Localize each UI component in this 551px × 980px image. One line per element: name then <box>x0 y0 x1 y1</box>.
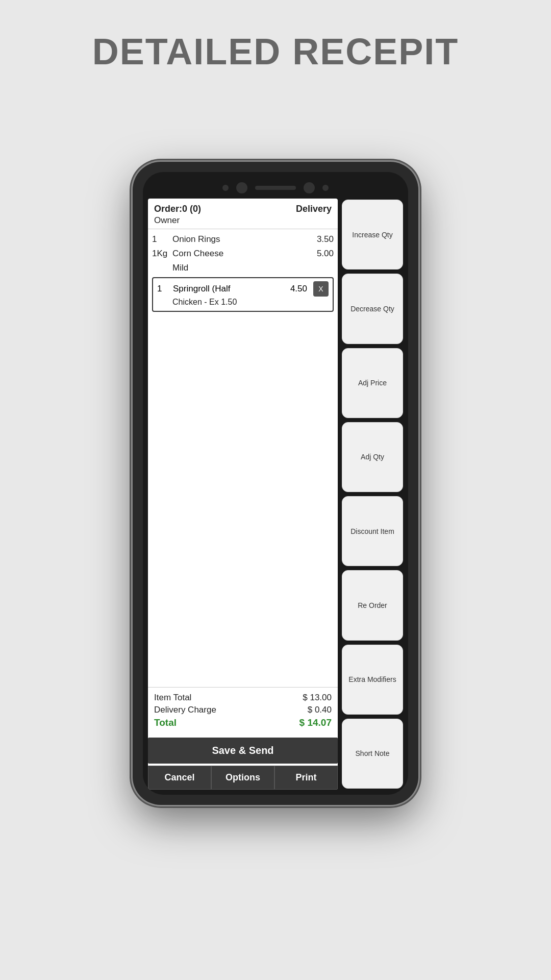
modifier-row: Chicken - Ex 1.50 <box>157 297 329 308</box>
sidebar-buttons: Increase QtyDecrease QtyAdj PriceAdj Qty… <box>342 199 403 790</box>
adj-qty-button[interactable]: Adj Qty <box>342 422 403 492</box>
total-label: Total <box>154 717 177 728</box>
phone-container: Order:0 (0) Delivery Owner 1 Onion Rings… <box>82 93 469 848</box>
adj-price-button[interactable]: Adj Price <box>342 348 403 418</box>
app-content: Order:0 (0) Delivery Owner 1 Onion Rings… <box>148 199 403 790</box>
camera-dot-2 <box>322 185 329 191</box>
item-price: 3.50 <box>303 234 334 244</box>
receipt-item-selected[interactable]: 1 Springroll (Half 4.50 X Chicken - Ex 1… <box>152 277 334 312</box>
receipt-footer: Item Total $ 13.00 Delivery Charge $ 0.4… <box>148 687 338 733</box>
item-name: Corn Cheese <box>172 249 303 259</box>
speaker <box>255 186 296 190</box>
owner-label: Owner <box>154 215 332 226</box>
receipt-item-mild: Mild <box>152 261 334 275</box>
selected-price: 4.50 <box>290 284 307 294</box>
order-info: Order:0 (0) <box>154 204 201 214</box>
camera-sensor <box>304 182 315 193</box>
camera-bar <box>148 180 403 199</box>
item-name: Onion Rings <box>172 234 303 244</box>
re-order-button[interactable]: Re Order <box>342 570 403 640</box>
options-button[interactable]: Options <box>211 766 274 790</box>
receipt-panel: Order:0 (0) Delivery Owner 1 Onion Rings… <box>148 199 338 790</box>
cancel-button[interactable]: Cancel <box>148 766 211 790</box>
receipt-item-onion-rings: 1 Onion Rings 3.50 <box>152 232 334 247</box>
item-name: Mild <box>172 263 303 273</box>
camera-lens <box>236 182 247 193</box>
increase-qty-button[interactable]: Increase Qty <box>342 200 403 270</box>
phone-inner: Order:0 (0) Delivery Owner 1 Onion Rings… <box>143 172 408 795</box>
receipt-items: 1 Onion Rings 3.50 1Kg Corn Cheese 5.00 … <box>148 229 338 687</box>
print-button[interactable]: Print <box>274 766 338 790</box>
remove-item-button[interactable]: X <box>313 281 329 297</box>
camera-dot-1 <box>222 185 229 191</box>
item-qty: 1 <box>152 234 172 244</box>
item-qty: 1Kg <box>152 249 172 259</box>
bottom-buttons: Cancel Options Print <box>148 766 338 790</box>
total-value: $ 14.07 <box>299 717 332 728</box>
short-note-button[interactable]: Short Note <box>342 719 403 789</box>
item-total-row: Item Total $ 13.00 <box>154 692 332 704</box>
item-price: 5.00 <box>303 249 334 259</box>
receipt-header: Order:0 (0) Delivery Owner <box>148 199 338 229</box>
delivery-charge-label: Delivery Charge <box>154 705 216 715</box>
receipt-item-corn-cheese: 1Kg Corn Cheese 5.00 <box>152 247 334 261</box>
delivery-charge-value: $ 0.40 <box>308 705 332 715</box>
decrease-qty-button[interactable]: Decrease Qty <box>342 274 403 344</box>
item-total-value: $ 13.00 <box>303 693 332 703</box>
delivery-charge-row: Delivery Charge $ 0.40 <box>154 704 332 716</box>
selected-main-row: 1 Springroll (Half 4.50 X <box>157 281 329 297</box>
item-total-label: Item Total <box>154 693 191 703</box>
extra-modifiers-button[interactable]: Extra Modifiers <box>342 645 403 715</box>
save-send-button[interactable]: Save & Send <box>148 738 338 764</box>
delivery-label: Delivery <box>296 204 332 214</box>
selected-name: Springroll (Half <box>173 284 287 294</box>
receipt-header-row: Order:0 (0) Delivery <box>154 204 332 214</box>
phone-frame: Order:0 (0) Delivery Owner 1 Onion Rings… <box>133 162 418 805</box>
total-row: Total $ 14.07 <box>154 716 332 729</box>
discount-item-button[interactable]: Discount Item <box>342 496 403 566</box>
selected-qty: 1 <box>157 284 170 294</box>
page-title: DETAILED RECEPIT <box>92 31 459 72</box>
